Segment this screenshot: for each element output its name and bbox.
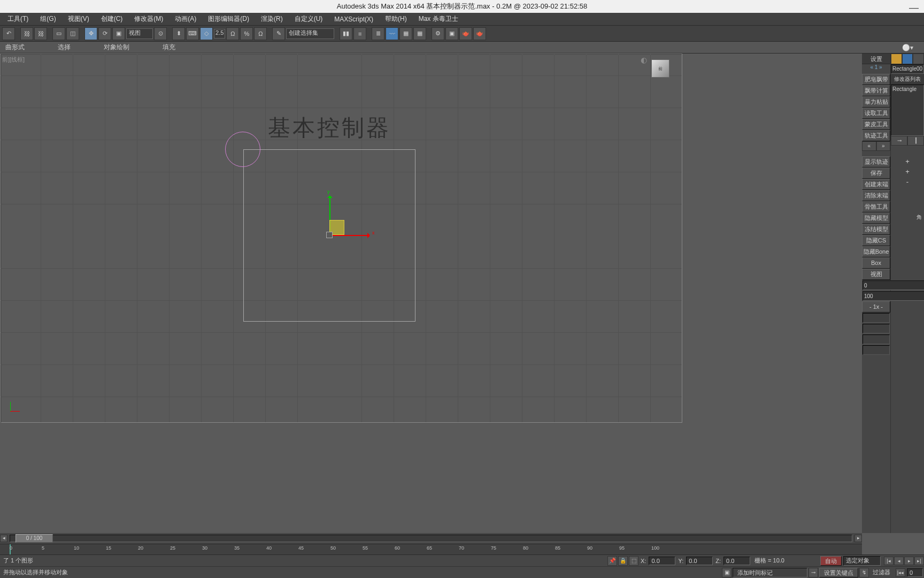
key-icon[interactable]: ⊸ — [808, 568, 818, 577]
btn-bone-tool[interactable]: 骨骼工具 — [862, 201, 890, 212]
ref-coord-dropdown[interactable]: 视图 — [126, 28, 153, 39]
btn-freeze-model[interactable]: 冻结模型 — [862, 224, 890, 235]
x-coord-field[interactable]: 0.0 — [649, 557, 675, 565]
viewcube-face[interactable]: 前 — [651, 59, 669, 78]
btn-ribbon-calc[interactable]: 飘带计算 — [862, 85, 890, 96]
teapot-icon[interactable]: 🫖 — [459, 27, 472, 40]
snap-spinner[interactable]: 2.5 — [214, 29, 225, 39]
pin-stack-icon[interactable]: ⊸ — [891, 136, 907, 146]
hierarchy-tab-icon[interactable] — [913, 54, 924, 64]
btn-clear-end[interactable]: 清除末端 — [862, 190, 890, 201]
scale-button[interactable]: ▣ — [112, 27, 125, 40]
btn-show-traj[interactable]: 显示轨迹 — [862, 156, 890, 168]
viewcube[interactable]: 前 — [644, 57, 676, 89]
layer-button[interactable]: ≣ — [372, 27, 384, 40]
btn-force-paste[interactable]: 暴力粘贴 — [862, 96, 890, 108]
minimize-icon[interactable]: — — [909, 2, 919, 13]
move-gizmo[interactable]: y x — [324, 196, 378, 249]
isolate-icon[interactable]: ⬚ — [629, 556, 638, 566]
btn-create-end[interactable]: 创建末端 — [862, 179, 890, 190]
undo-button[interactable]: ↶ — [2, 27, 15, 40]
key-mode-icon[interactable]: ↯ — [859, 568, 869, 577]
menu-graph[interactable]: 图形编辑器(D) — [203, 13, 255, 25]
modifier-list-header[interactable]: 修改器列表 — [891, 74, 924, 85]
ribbon-tab-select[interactable]: 选择 — [55, 42, 74, 53]
circle-object[interactable] — [225, 132, 260, 167]
btn-hide-model[interactable]: 隐藏模型 — [862, 212, 890, 224]
time-slider[interactable]: ◂ 0 / 100 ▸ — [0, 533, 862, 544]
schematic-button[interactable]: ▦ — [399, 27, 412, 40]
add-time-tag-button[interactable]: 添加时间标记 — [733, 568, 807, 577]
menu-view[interactable]: 视图(V) — [63, 13, 95, 25]
lock-icon[interactable]: 🔒 — [618, 556, 628, 566]
snap-toggle-button[interactable]: ◇ — [200, 27, 213, 40]
btn-skin-tool[interactable]: 蒙皮工具 — [862, 119, 890, 130]
curve-editor-button[interactable]: 〰 — [386, 27, 398, 40]
modify-tab-icon[interactable] — [902, 54, 913, 64]
tag-icon[interactable]: 📌 — [607, 556, 617, 566]
nav-prev[interactable]: « — [862, 141, 876, 151]
gizmo-x-axis[interactable] — [329, 235, 369, 236]
btn-hide-bone[interactable]: 隐藏Bone — [862, 246, 890, 257]
menu-group[interactable]: 组(G) — [35, 13, 61, 25]
filter-label[interactable]: 过滤器 — [869, 568, 894, 576]
gizmo-center[interactable] — [326, 232, 333, 238]
stack-item[interactable]: Rectangle — [892, 86, 922, 92]
auto-key-button[interactable]: 自动 — [820, 556, 842, 566]
btn-read-tool[interactable]: 读取工具 — [862, 108, 890, 119]
time-tag-icon[interactable]: ▣ — [722, 568, 732, 577]
menu-create[interactable]: 创建(C) — [96, 13, 128, 25]
show-end-icon[interactable]: ┃ — [907, 136, 924, 146]
z-coord-field[interactable]: 0.0 — [723, 557, 750, 565]
link-indicator[interactable]: « 1 » — [862, 64, 890, 74]
select-window-button[interactable]: ◫ — [66, 27, 79, 40]
ribbon-tab-paint[interactable]: 对象绘制 — [101, 42, 133, 53]
prev-frame-button[interactable]: ◂ — [894, 557, 904, 565]
y-coord-field[interactable]: 0.0 — [686, 557, 713, 565]
btn-save[interactable]: 保存 — [862, 168, 890, 179]
render-frame-button[interactable]: ▣ — [445, 27, 458, 40]
object-name-field[interactable]: Rectangle00 — [891, 64, 924, 74]
ribbon-tab-poly[interactable]: 曲形式 — [2, 42, 28, 53]
spinner-snap-button[interactable]: Ω — [254, 27, 267, 40]
angle-snap-button[interactable]: Ω — [226, 27, 239, 40]
minus-icon[interactable]: - — [891, 177, 924, 187]
btn-view[interactable]: 视图 — [862, 269, 890, 280]
time-next-icon[interactable]: ▸ — [854, 535, 862, 542]
modifier-stack[interactable]: Rectangle — [891, 85, 924, 136]
create-tab-icon[interactable] — [891, 54, 902, 64]
percent-snap-button[interactable]: % — [240, 27, 253, 40]
menu-tools[interactable]: 工具(T) — [2, 13, 34, 25]
key-prev-button[interactable]: |◂◂ — [896, 568, 905, 577]
selection-set-dropdown[interactable]: 创建选择集 — [286, 28, 334, 39]
time-prev-icon[interactable]: ◂ — [0, 535, 7, 542]
settings-header[interactable]: 设置 — [862, 54, 890, 64]
btn-traj-tool[interactable]: 轨迹工具 — [862, 130, 890, 141]
plus-icon-1[interactable]: + — [891, 156, 924, 166]
menu-help[interactable]: 帮助(H) — [380, 13, 412, 25]
ribbon-toggle-icon[interactable]: ⚪▾ — [902, 44, 913, 51]
track-bar[interactable]: 0 5 10 15 20 25 30 35 40 45 50 55 60 65 … — [0, 544, 862, 554]
link-button[interactable]: ⛓ — [20, 27, 33, 40]
current-frame-field[interactable]: 0 — [907, 568, 923, 577]
named-sel-button[interactable]: ✎ — [272, 27, 285, 40]
time-track[interactable]: 0 / 100 — [10, 535, 852, 542]
render-setup-button[interactable]: ⚙ — [432, 27, 444, 40]
select-rect-button[interactable]: ▭ — [52, 27, 65, 40]
plus-icon-2[interactable]: + — [891, 166, 924, 177]
menu-customize[interactable]: 自定义(U) — [289, 13, 328, 25]
menu-modifier[interactable]: 修改器(M) — [129, 13, 168, 25]
ribbon-tab-fill[interactable]: 填充 — [159, 42, 179, 53]
render-button[interactable]: 🫖 — [473, 27, 486, 40]
align-button[interactable]: ≡ — [353, 27, 366, 40]
btn-hide-cs[interactable]: 隐藏CS — [862, 235, 890, 246]
next-frame-button[interactable]: ▸| — [914, 557, 924, 565]
menu-render[interactable]: 渲染(R) — [256, 13, 288, 25]
btn-rate[interactable]: - 1x - — [862, 301, 890, 313]
mirror-button[interactable]: ▮▮ — [340, 27, 352, 40]
key-filter-dropdown[interactable]: 选定对象 — [843, 556, 881, 566]
pivot-button[interactable]: ⊙ — [154, 27, 167, 40]
time-thumb[interactable]: 0 / 100 — [16, 534, 53, 543]
menu-antivirus[interactable]: Max 杀毒卫士 — [413, 13, 464, 25]
btn-ribbon1[interactable]: 肥皂飘带 — [862, 74, 890, 85]
